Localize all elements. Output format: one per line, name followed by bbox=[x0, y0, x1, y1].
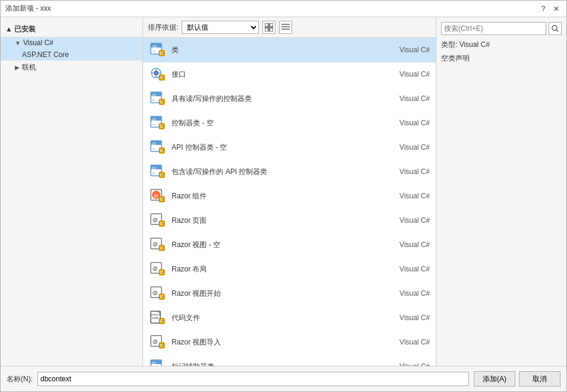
svg-text:C: C bbox=[160, 173, 163, 177]
item-category: Visual C# bbox=[382, 119, 430, 127]
online-arrow: ▶ bbox=[15, 64, 20, 71]
svg-text:C: C bbox=[160, 295, 163, 299]
list-item[interactable]: @ C Razor 视图开始 Visual C# bbox=[143, 282, 436, 306]
svg-text:code: code bbox=[152, 316, 159, 320]
svg-text:C: C bbox=[160, 100, 163, 104]
list-item[interactable]: C# { } C 类 Visual C# bbox=[143, 38, 436, 62]
list-item[interactable]: C# ctrl C 包含读/写操作的 API 控制器类 Visual C# bbox=[143, 160, 436, 184]
item-icon: @ C bbox=[149, 285, 166, 302]
svg-text:C: C bbox=[160, 246, 163, 250]
right-panel: 类型: Visual C# 空类声明 bbox=[436, 17, 566, 366]
search-button[interactable] bbox=[549, 22, 562, 35]
item-icon: code C bbox=[149, 309, 166, 326]
item-label: 标记辅助器类 bbox=[172, 362, 376, 366]
svg-text:C#: C# bbox=[152, 93, 156, 97]
help-button[interactable]: ? bbox=[538, 4, 549, 14]
title-bar: 添加新项 - xxx ? ✕ bbox=[1, 1, 566, 17]
item-category: Visual C# bbox=[382, 265, 430, 273]
item-category: Visual C# bbox=[382, 289, 430, 298]
items-list[interactable]: C# { } C 类 Visual C# C 接口 Visual C# bbox=[143, 38, 436, 366]
svg-text:@: @ bbox=[153, 241, 158, 247]
description-text: 空类声明 bbox=[441, 53, 562, 64]
svg-text:C: C bbox=[160, 343, 163, 347]
list-item[interactable]: @ C Razor 布局 Visual C# bbox=[143, 257, 436, 282]
list-item[interactable]: code C 代码文件 Visual C# bbox=[143, 306, 436, 330]
cancel-button[interactable]: 取消 bbox=[519, 371, 560, 387]
sort-label: 排序依据: bbox=[148, 23, 178, 33]
svg-text:C#: C# bbox=[152, 118, 156, 121]
installed-section-header[interactable]: ▲ 已安装 bbox=[1, 22, 142, 37]
visual-csharp-label: Visual C# bbox=[23, 39, 53, 47]
title-bar-controls: ? ✕ bbox=[538, 4, 562, 14]
svg-text:@: @ bbox=[153, 290, 158, 296]
close-button[interactable]: ✕ bbox=[551, 4, 562, 14]
svg-text:{ }: { } bbox=[153, 49, 156, 53]
list-item[interactable]: @ C Razor 页面 Visual C# bbox=[143, 208, 436, 233]
grid-view-button[interactable] bbox=[262, 21, 275, 34]
item-category: Visual C# bbox=[382, 241, 430, 249]
svg-text:ctrl: ctrl bbox=[152, 123, 155, 126]
item-label: 控制器类 - 空 bbox=[172, 118, 376, 128]
left-panel: ▲ 已安装 ▼ Visual C# ASP.NET Core ▶ 联机 bbox=[1, 17, 143, 366]
item-icon: @ C bbox=[149, 261, 166, 277]
item-category: Visual C# bbox=[382, 167, 430, 176]
item-label: 类 bbox=[172, 45, 376, 55]
add-button[interactable]: 添加(A) bbox=[474, 371, 515, 387]
svg-text:ctrl: ctrl bbox=[152, 172, 155, 175]
aspnet-core-label: ASP.NET Core bbox=[22, 50, 69, 59]
item-icon: C# ctrl C bbox=[149, 139, 166, 156]
svg-point-79 bbox=[552, 26, 557, 30]
visual-csharp-arrow: ▼ bbox=[15, 40, 21, 46]
name-input[interactable] bbox=[37, 372, 469, 386]
item-icon: C# { } C bbox=[149, 42, 166, 58]
list-item[interactable]: C# ctrl C API 控制器类 - 空 Visual C# bbox=[143, 135, 436, 160]
svg-text:@: @ bbox=[153, 339, 158, 344]
list-item[interactable]: @ C Razor 视图 - 空 Visual C# bbox=[143, 233, 436, 257]
item-icon: @ C bbox=[149, 236, 166, 253]
list-item[interactable]: @ C Razor 组件 Visual C# bbox=[143, 184, 436, 208]
item-label: Razor 视图 - 空 bbox=[172, 240, 376, 250]
toolbar: 排序依据: 默认值 名称 类型 bbox=[143, 17, 436, 38]
middle-panel: 排序依据: 默认值 名称 类型 bbox=[143, 17, 436, 366]
add-new-item-dialog: 添加新项 - xxx ? ✕ ▲ 已安装 ▼ Visual C# ASP.NET… bbox=[0, 0, 567, 392]
item-icon: @ C bbox=[149, 212, 166, 229]
svg-text:C#: C# bbox=[152, 166, 156, 170]
item-icon: C# ctrl C bbox=[149, 163, 166, 180]
svg-text:C#: C# bbox=[152, 361, 156, 365]
sort-select[interactable]: 默认值 名称 类型 bbox=[182, 21, 259, 34]
list-item[interactable]: @ C Razor 视图导入 Visual C# bbox=[143, 330, 436, 355]
item-category: Visual C# bbox=[382, 192, 430, 200]
item-icon: C bbox=[149, 66, 166, 83]
item-label: Razor 视图开始 bbox=[172, 289, 376, 299]
visual-csharp-item[interactable]: ▼ Visual C# bbox=[1, 37, 142, 49]
svg-text:ctrl: ctrl bbox=[152, 147, 155, 150]
item-category: Visual C# bbox=[382, 94, 430, 103]
item-icon: C# ctrl C bbox=[149, 90, 166, 107]
svg-text:C: C bbox=[160, 75, 163, 80]
list-view-button[interactable] bbox=[279, 21, 292, 34]
aspnet-core-item[interactable]: ASP.NET Core bbox=[1, 49, 142, 61]
search-input[interactable] bbox=[441, 22, 546, 35]
list-item[interactable]: C# ctrl C 标记辅助器类 Visual C# bbox=[143, 355, 436, 366]
list-item[interactable]: C 接口 Visual C# bbox=[143, 62, 436, 87]
svg-text:ctrl: ctrl bbox=[152, 99, 155, 102]
item-icon: @ C bbox=[149, 188, 166, 204]
list-item[interactable]: C# ctrl C 控制器类 - 空 Visual C# bbox=[143, 111, 436, 135]
svg-text:C#: C# bbox=[152, 142, 156, 146]
svg-text:C: C bbox=[160, 197, 163, 201]
svg-rect-2 bbox=[265, 28, 268, 31]
item-label: Razor 组件 bbox=[172, 191, 376, 201]
search-area bbox=[441, 22, 562, 35]
online-item[interactable]: ▶ 联机 bbox=[1, 61, 142, 74]
list-item[interactable]: C# ctrl C 具有读/写操作的控制器类 Visual C# bbox=[143, 87, 436, 111]
svg-text:@: @ bbox=[153, 217, 158, 223]
item-label: 代码文件 bbox=[172, 313, 376, 323]
svg-rect-1 bbox=[270, 23, 273, 27]
item-label: 接口 bbox=[172, 69, 376, 80]
svg-line-80 bbox=[556, 30, 558, 31]
list-view-icon bbox=[281, 23, 290, 31]
item-label: 具有读/写操作的控制器类 bbox=[172, 94, 376, 104]
item-category: Visual C# bbox=[382, 216, 430, 225]
item-icon: @ C bbox=[149, 334, 166, 350]
name-label: 名称(N): bbox=[7, 374, 33, 384]
